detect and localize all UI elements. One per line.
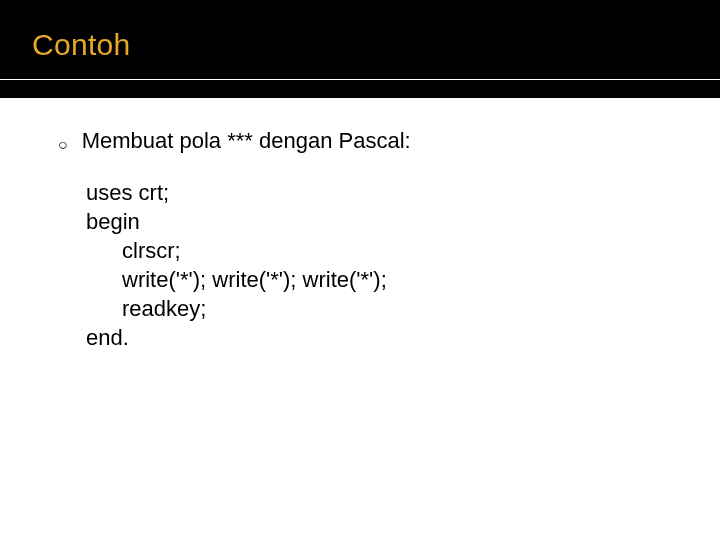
code-line: clrscr; — [86, 236, 692, 265]
code-line: end. — [86, 323, 692, 352]
code-line: readkey; — [86, 294, 692, 323]
slide-title: Contoh — [32, 28, 720, 62]
bullet-item: ○ Membuat pola *** dengan Pascal: — [58, 128, 692, 154]
code-block: uses crt; begin clrscr; write('*'); writ… — [58, 178, 692, 352]
slide-content: ○ Membuat pola *** dengan Pascal: uses c… — [0, 98, 720, 352]
code-line: uses crt; — [86, 178, 692, 207]
bullet-text: Membuat pola *** dengan Pascal: — [82, 128, 411, 154]
slide-header: Contoh — [0, 0, 720, 98]
header-underline — [0, 79, 720, 80]
bullet-marker: ○ — [58, 137, 68, 153]
code-line: begin — [86, 207, 692, 236]
code-line: write('*'); write('*'); write('*'); — [86, 265, 692, 294]
